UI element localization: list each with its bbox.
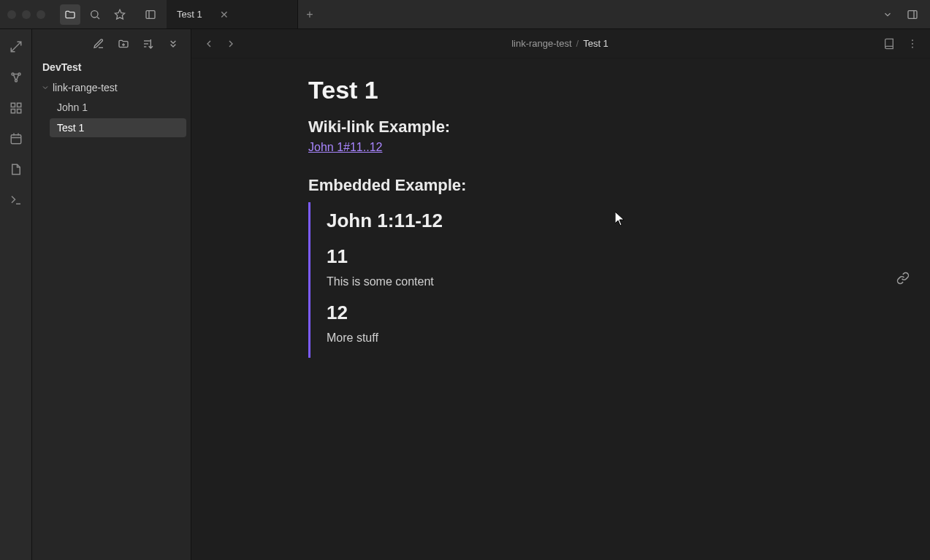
content-header-right — [880, 35, 921, 53]
sidebar-toolbar — [32, 29, 191, 58]
file-label: Test 1 — [57, 122, 84, 134]
svg-point-23 — [912, 46, 913, 47]
folder-link-range-test[interactable]: link-range-test — [37, 79, 186, 96]
daily-note-icon[interactable] — [6, 129, 26, 149]
svg-rect-13 — [17, 110, 20, 113]
svg-marker-2 — [115, 9, 124, 19]
svg-rect-10 — [11, 103, 15, 107]
graph-view-icon[interactable] — [6, 67, 26, 88]
nav-forward-button[interactable] — [222, 35, 240, 53]
embed-heading-12: 12 — [327, 302, 802, 324]
content-header: link-range-test / Test 1 — [191, 29, 930, 58]
ribbon — [0, 29, 32, 560]
titlebar: Test 1 ✕ + — [0, 0, 930, 29]
tab-strip: Test 1 ✕ + — [167, 0, 877, 28]
command-palette-icon[interactable] — [6, 190, 26, 210]
file-tree: link-range-test John 1 Test 1 — [32, 79, 191, 137]
file-explorer-sidebar: DevTest link-range-test John 1 Test 1 — [32, 29, 191, 560]
sort-icon[interactable] — [140, 35, 157, 53]
svg-rect-3 — [146, 10, 155, 18]
svg-point-21 — [912, 39, 913, 41]
tab-title: Test 1 — [177, 9, 202, 20]
svg-line-1 — [97, 17, 99, 19]
heading-embedded: Embedded Example: — [308, 176, 802, 195]
svg-point-8 — [18, 73, 20, 75]
svg-rect-11 — [17, 103, 20, 107]
svg-rect-5 — [908, 10, 917, 18]
nav-back-button[interactable] — [200, 35, 218, 53]
embed-block: John 1:11-12 11 This is some content 12 … — [308, 202, 802, 358]
svg-point-0 — [91, 10, 98, 17]
titlebar-tool-icons — [60, 4, 130, 25]
svg-point-7 — [12, 73, 14, 75]
svg-rect-14 — [11, 135, 21, 144]
chevron-down-icon — [41, 83, 50, 92]
folder-label: link-range-test — [53, 82, 118, 93]
templates-icon[interactable] — [6, 159, 26, 180]
new-tab-button[interactable]: + — [298, 0, 321, 28]
tab-test-1[interactable]: Test 1 ✕ — [167, 0, 298, 28]
page-title: Test 1 — [308, 76, 802, 104]
embed-content-12: More stuff — [327, 331, 802, 345]
file-john-1[interactable]: John 1 — [50, 98, 186, 117]
embed-content-11: This is some content — [327, 275, 802, 288]
search-icon[interactable] — [85, 4, 105, 25]
plus-icon: + — [306, 8, 313, 21]
more-options-icon[interactable] — [904, 35, 921, 53]
titlebar-right — [877, 4, 923, 25]
open-link-icon[interactable] — [896, 272, 910, 285]
right-sidebar-toggle-icon[interactable] — [902, 4, 923, 25]
breadcrumb-folder[interactable]: link-range-test — [511, 38, 571, 49]
history-nav — [200, 35, 240, 53]
window-minimize-button[interactable] — [22, 10, 31, 19]
file-label: John 1 — [57, 101, 88, 113]
canvas-icon[interactable] — [6, 98, 26, 118]
new-folder-icon[interactable] — [115, 35, 132, 53]
breadcrumb-separator: / — [576, 38, 579, 49]
quick-switcher-icon[interactable] — [6, 37, 26, 57]
embed-title: John 1:11-12 — [327, 210, 802, 232]
left-sidebar-toggle-icon[interactable] — [140, 4, 161, 25]
new-note-icon[interactable] — [90, 35, 107, 53]
document-inner: Test 1 Wiki-link Example: John 1#11..12 … — [308, 76, 820, 358]
window-close-button[interactable] — [7, 10, 16, 19]
reading-mode-icon[interactable] — [880, 35, 898, 53]
close-icon[interactable]: ✕ — [220, 9, 229, 20]
breadcrumb: link-range-test / Test 1 — [511, 38, 609, 49]
tab-list-dropdown-icon[interactable] — [877, 4, 898, 25]
svg-point-22 — [912, 43, 913, 45]
file-test-1[interactable]: Test 1 — [50, 118, 186, 137]
editor-pane: link-range-test / Test 1 Test 1 Wiki-lin… — [191, 29, 930, 560]
window-maximize-button[interactable] — [37, 10, 45, 19]
svg-point-9 — [15, 80, 17, 82]
breadcrumb-file[interactable]: Test 1 — [583, 38, 609, 49]
collapse-icon[interactable] — [164, 35, 182, 53]
window-controls — [7, 10, 45, 19]
star-icon[interactable] — [110, 4, 130, 25]
files-icon[interactable] — [60, 4, 80, 25]
svg-rect-12 — [11, 110, 15, 113]
vault-name: DevTest — [32, 58, 191, 79]
embed-heading-11: 11 — [327, 245, 802, 268]
heading-wikilink: Wiki-link Example: — [308, 118, 802, 137]
wikilink-john1[interactable]: John 1#11..12 — [308, 141, 382, 153]
document-body[interactable]: Test 1 Wiki-link Example: John 1#11..12 … — [191, 58, 930, 560]
main-area: DevTest link-range-test John 1 Test 1 — [0, 29, 930, 560]
